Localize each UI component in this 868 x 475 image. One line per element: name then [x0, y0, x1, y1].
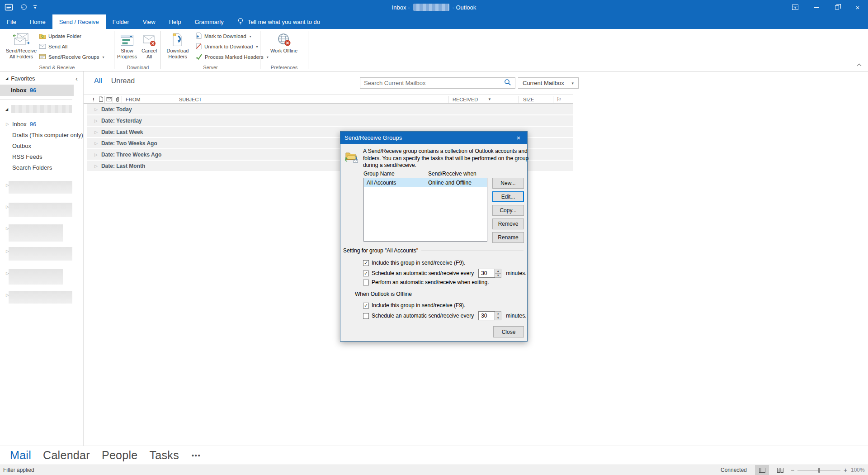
send-all-button[interactable]: Send All [39, 42, 67, 51]
sidebar-item-search-folders[interactable]: Search Folders [0, 162, 84, 173]
sort-descending-icon[interactable]: ▼ [488, 95, 491, 104]
minimize-button[interactable] [806, 0, 826, 14]
sidebar-item-redacted[interactable]: ▷ [9, 224, 63, 242]
expander-expanded-icon[interactable]: ◢ [5, 76, 8, 81]
unmark-to-download-button[interactable]: Unmark to Download ▾ [195, 42, 258, 51]
reading-view-button[interactable] [773, 465, 787, 475]
update-folder-button[interactable]: ↻ Update Folder [39, 32, 81, 41]
mark-to-download-button[interactable]: Mark to Download ▾ [195, 32, 251, 41]
search-scope-dropdown[interactable]: Current Mailbox ▾ [518, 77, 579, 89]
zoom-out-button[interactable]: − [791, 465, 794, 475]
expander-expanded-icon[interactable]: ◢ [5, 107, 8, 111]
offline-schedule-checkbox-row[interactable]: Schedule an automatic send/receive every… [363, 311, 527, 321]
tab-send-receive[interactable]: Send / Receive [52, 14, 106, 29]
sidebar-item-inbox[interactable]: ▷ Inbox 96 [0, 119, 84, 129]
expander-collapsed-icon[interactable]: ▷ [6, 122, 9, 126]
favorites-header[interactable]: ◢ Favorites [5, 75, 35, 82]
offline-minutes-spinner[interactable]: ▲ ▼ [495, 311, 501, 320]
restore-button[interactable] [826, 0, 847, 14]
expander-collapsed-icon[interactable]: ▷ [94, 107, 98, 112]
group-row-all-accounts[interactable]: All Accounts Online and Offline [364, 178, 487, 187]
search-icon[interactable] [504, 79, 511, 88]
send-receive-groups-button[interactable]: Send/Receive Groups ▾ [39, 52, 104, 62]
close-dialog-button[interactable]: Close [493, 326, 524, 337]
checkbox-checked[interactable]: ✓ [363, 303, 369, 309]
filter-tab-all[interactable]: All [94, 77, 102, 85]
mention-column-icon[interactable] [106, 95, 112, 104]
send-receive-all-folders-button[interactable]: Send/Receive All Folders [5, 30, 38, 69]
process-marked-headers-button[interactable]: Process Marked Headers ▾ [195, 52, 269, 62]
flag-column-header[interactable]: ⚐ [557, 95, 561, 104]
tell-me-box[interactable]: Tell me what you want to do [231, 14, 326, 29]
sidebar-item-redacted[interactable]: ▷ [9, 247, 72, 261]
sidebar-item-outbox[interactable]: Outbox [0, 140, 84, 151]
nav-people[interactable]: People [102, 449, 138, 462]
nav-calendar[interactable]: Calendar [43, 449, 90, 462]
item-type-column-icon[interactable] [99, 95, 104, 104]
checkbox-unchecked[interactable] [363, 280, 369, 285]
subject-column-header[interactable]: SUBJECT [179, 95, 202, 104]
from-column-header[interactable]: FROM [126, 95, 140, 104]
work-offline-button[interactable]: Work Offline [268, 30, 300, 69]
perform-on-exit-checkbox-row[interactable]: Perform an automatic send/receive when e… [363, 279, 489, 285]
search-input[interactable] [360, 80, 504, 86]
size-column-header[interactable]: SIZE [523, 95, 534, 104]
attachment-column-icon[interactable] [115, 95, 120, 104]
filter-tab-unread[interactable]: Unread [111, 77, 135, 85]
expander-collapsed-icon[interactable]: ▷ [6, 271, 9, 276]
offline-minutes-input[interactable] [478, 311, 495, 320]
expander-collapsed-icon[interactable]: ▷ [6, 226, 9, 231]
remove-button[interactable]: Remove [492, 218, 524, 229]
cancel-all-button[interactable]: Cancel All [139, 30, 159, 69]
received-column-header[interactable]: RECEIVED [453, 95, 478, 104]
download-headers-button[interactable]: Download Headers [163, 30, 193, 69]
zoom-slider-thumb[interactable] [818, 468, 820, 473]
zoom-in-button[interactable]: + [844, 465, 847, 475]
tab-help[interactable]: Help [162, 14, 188, 29]
nav-tasks[interactable]: Tasks [150, 449, 179, 462]
dialog-close-icon[interactable]: × [510, 132, 527, 144]
checkbox-checked[interactable]: ✓ [363, 271, 369, 276]
show-progress-button[interactable]: Show Progress [116, 30, 138, 69]
expander-collapsed-icon[interactable]: ▷ [6, 183, 9, 187]
tab-view[interactable]: View [136, 14, 162, 29]
schedule-send-receive-checkbox-row[interactable]: ✓ Schedule an automatic send/receive eve… [363, 268, 527, 278]
checkbox-unchecked[interactable] [363, 313, 369, 319]
edit-button[interactable]: Edit... [492, 191, 524, 202]
sidebar-item-redacted[interactable]: ▷ [9, 291, 72, 304]
collapse-ribbon-icon[interactable] [857, 63, 862, 67]
offline-include-group-checkbox-row[interactable]: ✓ Include this group in send/receive (F9… [363, 302, 465, 309]
sidebar-item-redacted[interactable]: ▷ [9, 203, 72, 217]
close-button[interactable]: × [847, 0, 868, 14]
sidebar-item-rss-feeds[interactable]: RSS Feeds [0, 151, 84, 162]
dialog-titlebar[interactable]: Send/Receive Groups [340, 132, 527, 144]
expander-collapsed-icon[interactable]: ▷ [94, 164, 98, 168]
tab-grammarly[interactable]: Grammarly [188, 14, 230, 29]
date-group-today[interactable]: ▷Date: Today [87, 104, 573, 114]
tab-file[interactable]: File [0, 14, 23, 29]
zoom-level[interactable]: 100% [851, 465, 865, 475]
expander-collapsed-icon[interactable]: ▷ [94, 119, 98, 123]
importance-column-header[interactable]: ! [93, 95, 94, 104]
sidebar-item-favorites-inbox[interactable]: Inbox 96 [0, 85, 74, 96]
rename-button[interactable]: Rename [492, 232, 524, 243]
expander-collapsed-icon[interactable]: ▷ [6, 293, 9, 297]
expander-collapsed-icon[interactable]: ▷ [6, 204, 9, 209]
copy-button[interactable]: Copy... [492, 205, 524, 216]
nav-more-options[interactable]: ••• [192, 452, 201, 459]
expander-collapsed-icon[interactable]: ▷ [94, 152, 98, 157]
expander-collapsed-icon[interactable]: ▷ [94, 141, 98, 146]
sidebar-account-header[interactable]: ◢ [5, 105, 72, 113]
minutes-input[interactable] [478, 269, 495, 278]
normal-view-button[interactable] [755, 465, 769, 475]
date-group-yesterday[interactable]: ▷Date: Yesterday [87, 115, 573, 126]
groups-listbox[interactable]: All Accounts Online and Offline [363, 178, 487, 242]
expander-collapsed-icon[interactable]: ▷ [94, 130, 98, 134]
tab-home[interactable]: Home [23, 14, 52, 29]
sidebar-item-redacted[interactable]: ▷ [9, 181, 72, 194]
include-group-checkbox-row[interactable]: ✓ Include this group in send/receive (F9… [363, 260, 465, 266]
new-button[interactable]: New... [492, 178, 524, 189]
tab-folder[interactable]: Folder [106, 14, 136, 29]
ribbon-display-options-icon[interactable] [785, 0, 806, 14]
expander-collapsed-icon[interactable]: ▷ [6, 249, 9, 253]
